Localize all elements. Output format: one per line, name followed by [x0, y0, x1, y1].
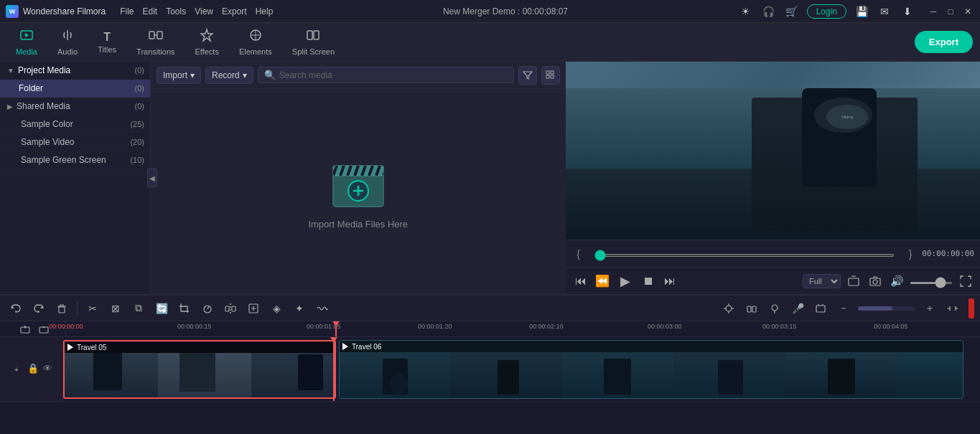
toolbar-splitscreen[interactable]: Split Screen [284, 25, 343, 59]
crop-button[interactable] [174, 298, 195, 319]
split-button[interactable] [220, 298, 241, 319]
snap-button[interactable] [719, 298, 739, 319]
step-back-button[interactable]: ⏪ [593, 272, 612, 291]
paste-button[interactable]: ⧉ [129, 298, 149, 319]
zoom-in-button[interactable]: ＋ [920, 298, 940, 319]
app-logo: W [6, 5, 19, 18]
zoom-out-button[interactable]: － [834, 298, 854, 319]
eye-icon[interactable]: 👁 [43, 363, 52, 376]
folder-item[interactable]: Folder (0) [0, 80, 150, 98]
shared-media-section[interactable]: ▶ Shared Media (0) [0, 98, 150, 115]
add-to-timeline-icon[interactable] [845, 273, 862, 290]
skip-forward-button[interactable]: ⏭ [661, 272, 679, 291]
track-content: Travel 05 [63, 337, 980, 401]
sample-green-section[interactable]: Sample Green Screen (10) [0, 151, 150, 169]
toolbar-effects[interactable]: Effects [187, 25, 228, 59]
title-bar: W Wondershare Filmora File Edit Tools Vi… [0, 0, 980, 23]
play-button[interactable]: ▶ [615, 270, 636, 292]
headphone-icon[interactable]: 🎧 [761, 4, 777, 19]
download-icon[interactable]: ⬇ [900, 4, 915, 19]
stop-button[interactable]: ⏹ [639, 272, 658, 291]
media-drop-area[interactable]: Import Media Files Here [151, 89, 566, 294]
bottom-section: ✂ ⊠ ⧉ 🔄 ◈ ✦ � [0, 294, 980, 434]
video-track-row: + 🔒 👁 Travel 05 [0, 337, 980, 402]
delete-button[interactable] [52, 298, 72, 319]
playback-slider[interactable] [594, 249, 895, 259]
fullscreen-icon[interactable] [957, 273, 974, 290]
toolbar-audio[interactable]: Audio [49, 25, 86, 59]
maximize-button[interactable]: □ [944, 5, 957, 18]
toolbar-transitions[interactable]: Transitions [128, 25, 183, 59]
svg-rect-59 [39, 327, 48, 333]
volume-icon[interactable]: 🔊 [888, 273, 905, 290]
clip-travel05[interactable]: Travel 05 [63, 340, 336, 399]
svg-rect-1 [149, 32, 154, 39]
close-button[interactable]: ✕ [961, 5, 974, 18]
title-bar-right: ☀ 🎧 🛒 Login 💾 ✉ ⬇ ─ □ ✕ [738, 4, 974, 19]
cut-button[interactable]: ✂ [83, 298, 103, 319]
clip-travel06[interactable]: Travel 06 [339, 340, 963, 399]
menu-edit[interactable]: Edit [143, 6, 158, 16]
toolbar-elements[interactable]: Elements [230, 25, 281, 59]
sample-video-section[interactable]: Sample Video (20) [0, 133, 150, 151]
sun-icon[interactable]: ☀ [738, 4, 754, 19]
zoom-fit-button[interactable] [243, 298, 263, 319]
add-track-button[interactable] [17, 321, 33, 337]
menu-view[interactable]: View [195, 6, 213, 16]
record-button[interactable]: Record ▾ [205, 67, 253, 84]
rotate-button[interactable]: 🔄 [151, 298, 172, 319]
audio-edit-button[interactable] [312, 298, 332, 319]
ruler-time-0: 00:00:00:00 [49, 323, 83, 330]
import-button[interactable]: Import ▾ [157, 67, 201, 84]
redo-button[interactable] [29, 298, 49, 319]
ai-tools[interactable] [811, 298, 831, 319]
cart-icon[interactable]: 🛒 [784, 4, 800, 19]
speed-button[interactable] [197, 298, 218, 319]
menu-help[interactable]: Help [256, 6, 274, 16]
color-button[interactable]: ◈ [266, 298, 286, 319]
volume-slider[interactable] [910, 276, 953, 286]
bracket-open-icon[interactable]: { [571, 248, 586, 260]
copy-button[interactable]: ⊠ [106, 298, 126, 319]
menu-file[interactable]: File [120, 6, 134, 16]
zoom-select[interactable]: Full 50% 25% [803, 274, 841, 288]
effect-button[interactable]: ✦ [289, 298, 309, 319]
svg-rect-38 [232, 306, 235, 311]
menu-export[interactable]: Export [222, 6, 247, 16]
filter-button[interactable] [518, 66, 537, 85]
sample-color-count: (25) [130, 120, 144, 128]
ripple-button[interactable] [742, 298, 762, 319]
titles-label: Titles [98, 45, 116, 54]
fit-timeline-button[interactable] [943, 298, 963, 319]
svg-rect-37 [225, 306, 229, 311]
lock-icon[interactable]: 🔒 [27, 363, 39, 376]
notification-icon[interactable]: ✉ [877, 4, 892, 19]
collapse-panel-button[interactable]: ◀ [147, 169, 157, 187]
menu-tools[interactable]: Tools [166, 6, 186, 16]
zoom-timeline-slider[interactable] [858, 306, 915, 311]
search-input[interactable] [279, 70, 508, 80]
toolbar-media[interactable]: Media [7, 25, 46, 59]
snapshot-icon[interactable] [867, 273, 884, 290]
record-dropdown-icon[interactable]: ▾ [243, 70, 247, 80]
undo-button[interactable] [6, 298, 26, 319]
voice-button[interactable]: 🎤 [788, 298, 808, 319]
grid-view-button[interactable] [541, 66, 560, 85]
project-media-section[interactable]: ▼ Project Media (0) [0, 62, 150, 80]
save-icon[interactable]: 💾 [854, 4, 869, 19]
clip-frame-1b [158, 353, 251, 397]
sample-color-section[interactable]: Sample Color (25) [0, 115, 150, 133]
audio-label: Audio [57, 47, 78, 56]
skip-to-start-button[interactable]: ⏮ [571, 272, 590, 291]
project-media-count: (0) [135, 66, 144, 75]
import-dropdown-icon[interactable]: ▾ [190, 70, 195, 80]
timeline-right-tools: 🎤 － ＋ [719, 298, 974, 319]
minimize-button[interactable]: ─ [927, 5, 940, 18]
track-add-button[interactable]: + [10, 363, 23, 376]
svg-line-35 [207, 306, 209, 309]
bracket-close-icon[interactable]: } [903, 248, 918, 260]
toolbar-titles[interactable]: T Titles [89, 28, 125, 57]
login-button[interactable]: Login [807, 4, 846, 19]
marker-button[interactable] [765, 298, 785, 319]
export-button[interactable]: Export [915, 31, 973, 53]
